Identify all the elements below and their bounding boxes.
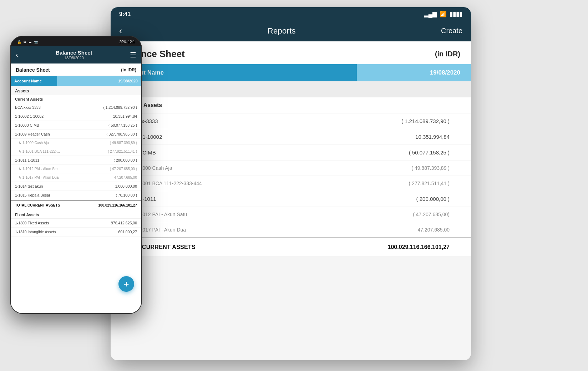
phone-assets-section: Assets [11, 86, 141, 95]
row-value: ( 1.214.089.732,90 ) [346, 118, 460, 124]
row-value: ( 47.207.685,00) [346, 212, 460, 217]
phone-total-label: TOTAL CURRENT ASSETS [15, 203, 98, 207]
table-row: ↳ 1-1012 PAI - Akun Satu ( 47.207.685,00… [111, 207, 471, 222]
row-account-name: ↳ 1-1000 Cash Aja [128, 165, 346, 171]
phone-col-name: Account Name [11, 76, 57, 86]
row-name: 1-1009 Header Cash [15, 132, 101, 136]
row-name: ↳ 1-1000 Cash Aja [19, 141, 101, 145]
row-value: ( 200.000,00 ) [101, 158, 137, 162]
row-name: ↳ 1-1017 PAI - Akun Dua [19, 176, 101, 179]
phone-time: 12:1 [128, 40, 135, 44]
list-item: 1-1009 Header Cash ( 327.708.905,30 ) [11, 130, 141, 139]
list-item: 1-1014 test akun 1.000.000,00 [11, 182, 141, 191]
phone-back-button[interactable]: ‹ [16, 51, 18, 59]
row-account-name: 1-10003 CIMB [121, 149, 346, 156]
phone-sheet-currency: (in IDR) [121, 67, 136, 72]
phone-sheet-title: Balance Sheet [16, 67, 50, 73]
row-name: ↳ 1-1001 BCA 111-222-... [19, 149, 101, 153]
table-row: 1-10002 1-10002 10.351.994,84 [111, 129, 471, 145]
wifi-icon: 📶 [440, 11, 447, 17]
row-name: 1-10002 1-10002 [15, 114, 101, 118]
row-value: 601.000,27 [101, 230, 137, 234]
lock-icon: 🔒 [17, 40, 21, 44]
col-account-name: Account Name [111, 64, 357, 81]
row-name: ↳ 1-1012 PAI - Akun Satu [19, 167, 101, 171]
row-value: 10.351.994,84 [101, 114, 137, 118]
row-value: ( 49.887.393,89 ) [346, 165, 460, 171]
row-name: BCA xxxx-3333 [15, 105, 101, 110]
row-name: 1-1015 Kepala Besar [15, 193, 101, 197]
nav-title: Reports [268, 26, 296, 36]
phone-sheet-header: Balance Sheet (in IDR) [11, 63, 141, 76]
row-value: ( 50.077.158,25 ) [101, 123, 137, 127]
row-name: 1-10003 CIMB [15, 123, 101, 127]
list-item: ↳ 1-1001 BCA 111-222-... ( 277.821.511,4… [11, 147, 141, 156]
row-value: ( 50.077.158,25 ) [346, 149, 460, 156]
total-label: TOTAL CURRENT ASSETS [121, 244, 346, 250]
phone-content: Balance Sheet (in IDR) Account Name 19/0… [11, 63, 141, 313]
fab-add-button[interactable]: + [118, 276, 134, 292]
row-value: 976.412.625,00 [101, 221, 137, 225]
row-name: 1-1810 Intangible Assets [15, 230, 101, 234]
phone-device: 🔒 ♻ ☁ 📷 29% 12:1 ‹ Balance Sheet 18/08/2… [10, 36, 142, 314]
list-item: 1-10002 1-10002 10.351.994,84 [11, 112, 141, 121]
phone-total-current-assets: TOTAL CURRENT ASSETS 100.029.116.166.101… [11, 200, 141, 210]
tablet-status-icons: ▂▄▆ 📶 ▮▮▮▮ [424, 11, 462, 17]
phone-status-left: 🔒 ♻ ☁ 📷 [17, 40, 38, 44]
row-value: ( 1.214.089.732,90 ) [101, 105, 137, 110]
total-current-assets-row: TOTAL CURRENT ASSETS 100.029.116.166.101… [111, 238, 471, 256]
tablet-table[interactable]: Account Name 19/08/2020 Assets Current A… [111, 64, 471, 360]
row-account-name: BCA xxxx-3333 [121, 118, 346, 124]
row-value: ( 327.708.905,30 ) [101, 132, 137, 136]
table-row: 1-1011 1-1011 ( 200.000,00 ) [111, 191, 471, 207]
row-name: 1-1800 Fixed Assets [15, 221, 101, 225]
tablet-nav-bar: ‹ Reports Create [111, 20, 471, 41]
row-value: ( 200.000,00 ) [346, 196, 460, 202]
list-item: BCA xxxx-3333 ( 1.214.089.732,90 ) [11, 103, 141, 112]
row-value: ( 277.821.511,41 ) [346, 181, 460, 186]
phone-nav-main-title: Balance Sheet [56, 50, 92, 56]
row-value: 47.207.685,00 [346, 227, 460, 233]
list-item: ↳ 1-1012 PAI - Akun Satu ( 47.207.685,00… [11, 165, 141, 173]
phone-fixed-assets-section: Fixed Assets [11, 210, 141, 219]
phone-total-value: 100.029.116.166.101,27 [98, 203, 137, 207]
list-item: 1-1015 Kepala Besar ( 70.100,00 ) [11, 191, 141, 200]
list-item: 1-1810 Intangible Assets 601.000,27 [11, 228, 141, 237]
list-item: ↳ 1-1000 Cash Aja ( 49.887.393,89 ) [11, 139, 141, 147]
phone-nav-bar: ‹ Balance Sheet 18/08/2020 ☰ [11, 46, 141, 63]
sheet-currency: (in IDR) [435, 50, 460, 58]
row-value: ( 277.821.511,41 ) [101, 149, 137, 153]
filter-button[interactable]: ☰ [130, 51, 136, 59]
row-account-name: ↳ 1-1012 PAI - Akun Satu [128, 212, 346, 217]
table-row: BCA xxxx-3333 ( 1.214.089.732,90 ) [111, 113, 471, 129]
refresh-icon: ♻ [23, 40, 26, 44]
phone-nav-subtitle: 18/08/2020 [56, 56, 92, 60]
row-account-name: 1-10002 1-10002 [121, 134, 346, 140]
row-value: ( 70.100,00 ) [101, 193, 137, 197]
col-header: Account Name 19/08/2020 [111, 64, 471, 81]
create-button[interactable]: Create [441, 27, 462, 35]
table-row: ↳ 1-1001 BCA 111-222-333-444 ( 277.821.5… [111, 176, 471, 191]
tablet-content: Balance Sheet (in IDR) Account Name 19/0… [111, 41, 471, 360]
phone-status-right: 29% 12:1 [120, 40, 135, 44]
row-value: ( 49.887.393,89 ) [101, 141, 137, 145]
tablet-sheet-header: Balance Sheet (in IDR) [111, 41, 471, 64]
table-row: 1-10003 CIMB ( 50.077.158,25 ) [111, 145, 471, 161]
total-value: 100.029.116.166.101,27 [346, 244, 460, 250]
row-name: 1-1011 1-1011 [15, 158, 101, 162]
cloud-icon: ☁ [28, 40, 32, 44]
row-account-name: ↳ 1-1001 BCA 111-222-333-444 [128, 181, 346, 186]
row-name: 1-1014 test akun [15, 184, 101, 188]
list-item: ↳ 1-1017 PAI - Akun Dua 47.207.685,00 [11, 173, 141, 182]
col-date: 19/08/2020 [357, 64, 471, 81]
current-assets-subsection: Current Assets [111, 97, 471, 113]
camera-icon: 📷 [34, 40, 38, 44]
phone-nav-title: Balance Sheet 18/08/2020 [56, 50, 92, 60]
table-row: ↳ 1-1000 Cash Aja ( 49.887.393,89 ) [111, 161, 471, 176]
back-button[interactable]: ‹ [119, 25, 122, 36]
list-item: 1-1800 Fixed Assets 976.412.625,00 [11, 219, 141, 228]
tablet-time: 9:41 [119, 11, 131, 17]
row-value: ( 47.207.685,00 ) [101, 167, 137, 171]
row-value: 10.351.994,84 [346, 134, 460, 140]
assets-section: Assets [111, 81, 471, 97]
